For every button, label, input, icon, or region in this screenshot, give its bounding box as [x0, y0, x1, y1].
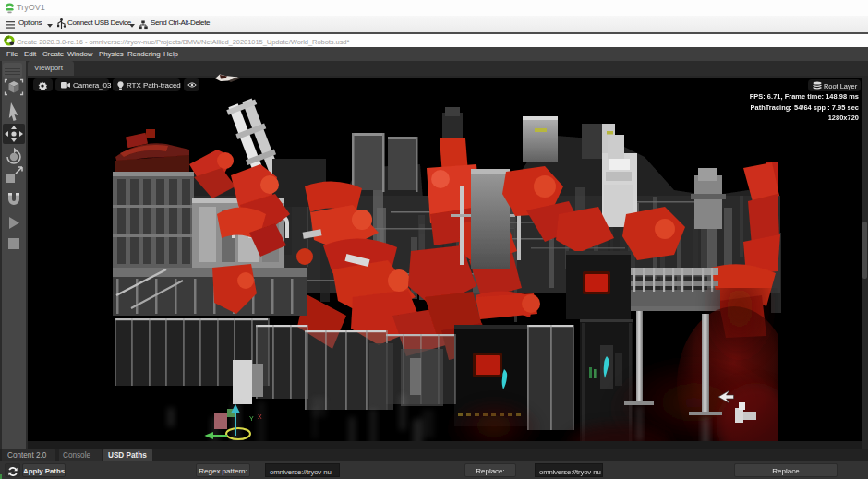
- svg-text:X: X: [258, 413, 262, 420]
- svg-text:Y: Y: [249, 415, 254, 422]
